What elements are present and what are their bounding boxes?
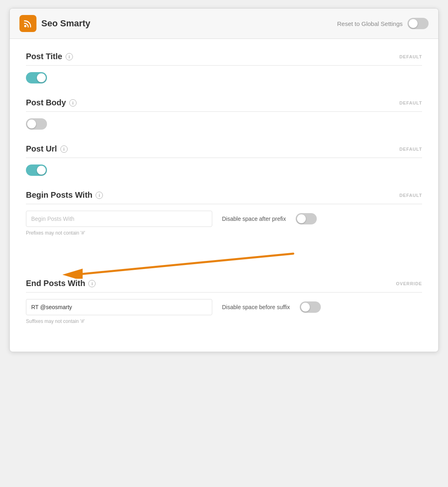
header: Seo Smarty Reset to Global Settings [10, 9, 438, 39]
begin-posts-header: Begin Posts With i DEFAULT [26, 190, 422, 204]
post-title-title-group: Post Title i [26, 52, 73, 61]
post-title-badge: DEFAULT [399, 54, 422, 59]
arrow-svg [26, 250, 301, 279]
rss-icon [23, 18, 33, 29]
begin-posts-input[interactable] [26, 211, 212, 227]
end-posts-disable-label: Disable space before suffix [222, 304, 290, 310]
end-posts-input-row: Disable space before suffix [26, 299, 422, 315]
post-body-toggle-thumb [27, 120, 36, 128]
begin-posts-badge: DEFAULT [399, 193, 422, 198]
post-title-toggle-thumb [37, 73, 46, 82]
post-body-header: Post Body i DEFAULT [26, 98, 422, 112]
end-posts-title-group: End Posts With i [26, 279, 96, 288]
begin-posts-hint: Prefixes may not contain '#' [26, 230, 422, 236]
begin-posts-title-group: Begin Posts With i [26, 190, 103, 200]
post-url-title-group: Post Url i [26, 144, 68, 154]
arrow-annotation [26, 250, 422, 279]
begin-posts-disable-toggle[interactable] [296, 213, 317, 224]
logo-icon [19, 15, 36, 32]
post-url-toggle[interactable] [26, 164, 47, 176]
post-title-section: Post Title i DEFAULT [26, 52, 422, 83]
end-posts-label: End Posts With [26, 279, 85, 288]
svg-point-0 [24, 25, 26, 27]
post-title-label: Post Title [26, 52, 62, 61]
post-body-toggle[interactable] [26, 118, 47, 130]
post-url-label: Post Url [26, 144, 57, 154]
reset-toggle-thumb [409, 19, 418, 28]
end-posts-disable-toggle-thumb [301, 303, 310, 312]
main-content: Post Title i DEFAULT Post Body i DEFAULT [10, 39, 438, 352]
header-left: Seo Smarty [19, 15, 90, 32]
post-url-toggle-track [26, 164, 47, 176]
begin-posts-disable-toggle-track [296, 213, 317, 224]
post-title-toggle[interactable] [26, 72, 47, 83]
post-body-info-icon[interactable]: i [69, 99, 77, 107]
begin-posts-disable-toggle-thumb [297, 214, 306, 223]
end-posts-info-icon[interactable]: i [88, 280, 96, 287]
end-posts-disable-toggle[interactable] [300, 301, 321, 313]
app-title: Seo Smarty [41, 18, 90, 29]
post-url-header: Post Url i DEFAULT [26, 144, 422, 158]
begin-posts-disable-label: Disable space after prefix [222, 216, 286, 222]
end-posts-section: End Posts With i OVERRIDE Disable space … [26, 279, 422, 324]
begin-posts-label: Begin Posts With [26, 190, 92, 200]
post-url-info-icon[interactable]: i [60, 145, 68, 153]
post-title-info-icon[interactable]: i [66, 53, 73, 60]
post-url-section: Post Url i DEFAULT [26, 144, 422, 176]
post-url-toggle-thumb [37, 166, 46, 175]
post-title-header: Post Title i DEFAULT [26, 52, 422, 66]
end-posts-disable-toggle-track [300, 301, 321, 313]
end-posts-header: End Posts With i OVERRIDE [26, 279, 422, 293]
post-body-title-group: Post Body i [26, 98, 77, 107]
end-posts-input[interactable] [26, 299, 212, 315]
header-right: Reset to Global Settings [337, 18, 429, 29]
post-body-badge: DEFAULT [399, 100, 422, 105]
svg-marker-2 [62, 269, 83, 279]
reset-toggle[interactable] [407, 18, 429, 29]
reset-toggle-track [407, 18, 429, 29]
begin-posts-section: Begin Posts With i DEFAULT Disable space… [26, 190, 422, 236]
begin-posts-info-icon[interactable]: i [96, 192, 103, 199]
reset-label: Reset to Global Settings [337, 20, 403, 27]
post-body-label: Post Body [26, 98, 66, 107]
begin-posts-input-row: Disable space after prefix [26, 211, 422, 227]
post-url-badge: DEFAULT [399, 147, 422, 152]
post-title-toggle-track [26, 72, 47, 83]
end-posts-badge: OVERRIDE [396, 281, 422, 286]
app-window: Seo Smarty Reset to Global Settings Post… [9, 8, 439, 352]
post-body-toggle-track [26, 118, 47, 130]
end-posts-hint: Suffixes may not contain '#' [26, 318, 422, 324]
post-body-section: Post Body i DEFAULT [26, 98, 422, 130]
svg-line-1 [75, 254, 293, 275]
